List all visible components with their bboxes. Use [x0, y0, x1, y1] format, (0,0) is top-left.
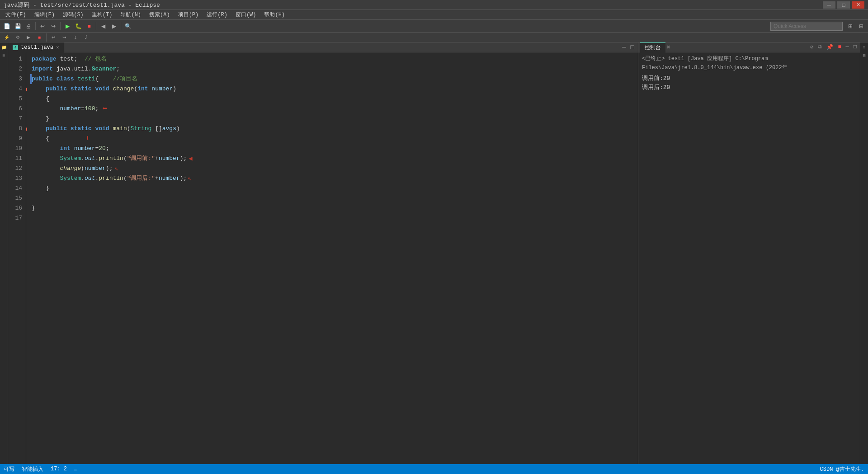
status-insert-mode: 智能插入	[22, 465, 43, 473]
console-copy-icon[interactable]: ⧉	[816, 44, 823, 51]
status-right: CSDN @吉士先生.	[820, 465, 864, 473]
menu-window[interactable]: 窗口(W)	[232, 10, 260, 19]
code-line-16: }	[32, 203, 638, 213]
console-title-line: <已终止> test1 [Java 应用程序] C:\Program Files…	[642, 54, 856, 72]
editor-area: J test1.java ✕ ─ □ 1 2 3 4 5 6 7 8 9 10	[8, 42, 638, 464]
perspective-button[interactable]: ⊞	[845, 21, 855, 31]
redo-button[interactable]: ↪	[48, 21, 58, 31]
main-layout: 📁 ≡ J test1.java ✕ ─ □ 1 2 3 4 5 6	[0, 42, 868, 464]
toolbar2-btn7[interactable]: ⤵	[70, 33, 80, 42]
run-button[interactable]: ▶	[62, 21, 72, 31]
title-bar: java源码 - test/src/test/test1.java - Ecli…	[0, 0, 868, 10]
console-pin-icon[interactable]: 📌	[825, 44, 835, 51]
code-line-17	[32, 213, 638, 223]
code-line-10: int number=20;	[32, 144, 638, 154]
console-stop-icon[interactable]: ■	[836, 44, 842, 51]
status-position: 17: 2	[51, 466, 67, 472]
toolbar-separator-3	[96, 22, 96, 30]
view-button[interactable]: ⊟	[856, 21, 866, 31]
title-text: java源码 - test/src/test/test1.java - Ecli…	[4, 1, 160, 9]
toolbar2-sep1	[46, 33, 47, 42]
toolbar2-btn8[interactable]: ⤴	[81, 33, 91, 42]
menu-project[interactable]: 项目(P)	[175, 10, 203, 19]
status-separator: …	[74, 466, 77, 472]
title-bar-controls: ─ □ ✕	[823, 1, 864, 9]
code-line-13: System.out.println("调用后:"+number); ↖	[32, 174, 638, 183]
code-line-12: change(number); ↖	[32, 164, 638, 174]
toolbar2-btn6[interactable]: ↪	[59, 33, 69, 42]
toolbar2-btn5[interactable]: ↩	[48, 33, 58, 42]
save-button[interactable]: 💾	[13, 21, 23, 31]
close-button[interactable]: ✕	[852, 1, 864, 9]
toolbar2-btn1[interactable]: ⚡	[2, 33, 12, 42]
toolbar: 📄 💾 🖨 ↩ ↪ ▶ 🐛 ■ ◀ ▶ 🔍 ⊞ ⊟	[0, 20, 868, 33]
toolbar-separator-2	[60, 22, 61, 30]
search-button[interactable]: 🔍	[123, 21, 133, 31]
right-sidebar-icon-2[interactable]: ⊞	[861, 52, 868, 59]
menu-source[interactable]: 源码(S)	[59, 10, 87, 19]
new-file-button[interactable]: 📄	[2, 21, 12, 31]
menu-navigate[interactable]: 导航(N)	[117, 10, 145, 19]
left-sidebar: 📁 ≡	[0, 42, 8, 464]
code-line-7: }	[32, 114, 638, 124]
code-line-15	[32, 193, 638, 203]
code-line-11: System.out.println("调用前:"+number); ◀	[32, 154, 638, 164]
tab-maximize-icon[interactable]: □	[629, 44, 636, 51]
tab-bar: J test1.java ✕ ─ □	[8, 42, 638, 52]
minimize-button[interactable]: ─	[823, 1, 835, 9]
tab-minimize-icon[interactable]: ─	[620, 44, 627, 51]
code-line-1: package test; // 包名	[32, 54, 638, 64]
menu-edit[interactable]: 编辑(E)	[31, 10, 59, 19]
toolbar-separator-4	[121, 22, 121, 30]
menu-file[interactable]: 文件(F)	[2, 10, 30, 19]
code-line-8: public static void main(String []avgs)	[32, 124, 638, 134]
editor-tab-test1[interactable]: J test1.java ✕	[8, 42, 64, 52]
back-button[interactable]: ◀	[98, 21, 108, 31]
right-sidebar-icon-1[interactable]: ≡	[861, 44, 868, 51]
console-tab-bar: 控制台 ✕ ⊘ ⧉ 📌 ■ ─ □	[638, 42, 860, 52]
console-title-text: <已终止> test1 [Java 应用程序] C:\Program Files…	[642, 56, 788, 71]
menu-search[interactable]: 搜索(A)	[146, 10, 174, 19]
right-panel: 控制台 ✕ ⊘ ⧉ 📌 ■ ─ □ <已终止> test1 [Java 应用程序…	[638, 42, 860, 464]
console-clear-icon[interactable]: ⊘	[809, 44, 815, 51]
console-tab[interactable]: 控制台	[640, 42, 665, 52]
toolbar-separator-1	[35, 22, 36, 30]
debug-button[interactable]: 🐛	[73, 21, 83, 31]
line-numbers: 1 2 3 4 5 6 7 8 9 10 11 12 13 14 15 16 1…	[8, 52, 26, 464]
quick-access-input[interactable]	[770, 22, 843, 31]
code-line-4: public static void change(int number)	[32, 84, 638, 94]
tab-label: test1.java	[21, 44, 53, 51]
toolbar2: ⚡ ⚙ ▶ ■ ↩ ↪ ⤵ ⤴	[0, 33, 868, 42]
code-line-3: public class test1{ //项目名	[32, 74, 638, 84]
status-branding: CSDN @吉士先生.	[820, 465, 864, 473]
console-content: <已终止> test1 [Java 应用程序] C:\Program Files…	[638, 52, 860, 464]
toolbar2-btn4[interactable]: ■	[34, 33, 44, 42]
tab-bar-controls: ─ □	[620, 44, 638, 51]
console-minimize-icon[interactable]: ─	[844, 44, 850, 51]
forward-button[interactable]: ▶	[109, 21, 119, 31]
toolbar2-btn2[interactable]: ⚙	[13, 33, 23, 42]
stop-button[interactable]: ■	[84, 21, 94, 31]
code-line-6: number=100; ⬅	[32, 104, 638, 114]
code-line-2: import java.util.Scanner;	[32, 64, 638, 74]
menu-run[interactable]: 运行(R)	[203, 10, 231, 19]
status-writable: 可写	[4, 465, 14, 473]
menu-refactor[interactable]: 重构(T)	[88, 10, 116, 19]
code-line-5: {	[32, 94, 638, 104]
outline-icon[interactable]: ≡	[1, 52, 7, 59]
package-explorer-icon[interactable]: 📁	[1, 44, 7, 51]
tab-close-button[interactable]: ✕	[56, 44, 59, 50]
menu-bar: 文件(F) 编辑(E) 源码(S) 重构(T) 导航(N) 搜索(A) 项目(P…	[0, 10, 868, 20]
console-tab-close[interactable]: ✕	[666, 44, 670, 50]
print-button[interactable]: 🖨	[24, 21, 33, 31]
undo-button[interactable]: ↩	[38, 21, 47, 31]
code-content[interactable]: package test; // 包名 import java.util.Sca…	[26, 52, 638, 464]
code-line-14: }	[32, 183, 638, 193]
menu-help[interactable]: 帮助(H)	[260, 10, 288, 19]
right-mini-sidebar: ≡ ⊞	[860, 42, 868, 464]
console-maximize-icon[interactable]: □	[852, 44, 858, 51]
toolbar2-btn3[interactable]: ▶	[24, 33, 33, 42]
maximize-button[interactable]: □	[837, 1, 850, 9]
code-editor[interactable]: 1 2 3 4 5 6 7 8 9 10 11 12 13 14 15 16 1…	[8, 52, 638, 464]
console-tab-label: 控制台	[645, 44, 661, 52]
